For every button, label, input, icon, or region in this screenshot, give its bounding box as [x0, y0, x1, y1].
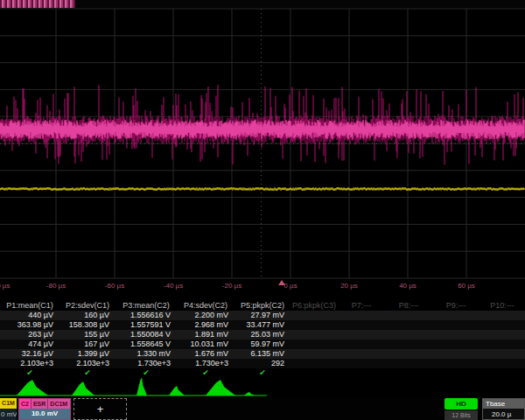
measurement-value: [480, 359, 525, 368]
measurement-value: [385, 349, 432, 359]
measurement-status-check: ✔: [234, 368, 290, 378]
c1-trace: [0, 187, 524, 191]
measurement-header[interactable]: P3:mean(C2): [116, 301, 177, 311]
time-axis-label: -80 µs: [46, 282, 66, 290]
measurement-value: [338, 340, 385, 349]
measurement-header[interactable]: P6:pkpk(C3): [290, 301, 338, 311]
c2-label: C2: [19, 399, 31, 409]
measurement-header[interactable]: P5:pkpk(C2): [234, 301, 290, 311]
measurement-value: [290, 340, 338, 349]
measurement-status-check: [432, 368, 480, 378]
measurement-value: [290, 320, 338, 330]
measurement-value: 263 µV: [0, 330, 60, 340]
measurement-row-num: 2.103e+32.103e+31.730e+31.730e+3292: [0, 359, 525, 368]
measurement-value: [432, 320, 480, 330]
measurement-row-mean: 363.98 µV158.308 µV1.557591 V2.968 mV33.…: [0, 320, 525, 330]
measurement-value: 33.477 mV: [234, 320, 290, 330]
measurement-value: 1.730e+3: [177, 359, 234, 368]
measurement-value: 1.891 mV: [177, 330, 234, 340]
time-axis-label: -100 µs: [0, 282, 10, 290]
time-axis-label: -60 µs: [105, 282, 124, 290]
measurement-value: [385, 330, 432, 340]
measurement-value: [432, 311, 480, 320]
channel-c2-descriptor[interactable]: C2 ESR DC1M 10.0 mV: [18, 398, 71, 420]
measurement-value: [385, 359, 432, 368]
measurement-value: [480, 311, 525, 320]
timebase-descriptor[interactable]: Tbase 20.0 µ: [482, 398, 525, 420]
measurement-status-check: ✔: [116, 368, 177, 378]
measurement-value: [290, 330, 338, 340]
measurement-header[interactable]: P1:mean(C1): [0, 301, 60, 311]
measurement-status-check: [385, 368, 432, 378]
measurement-row-value: 440 µV160 µV1.556616 V2.200 mV27.97 mV: [0, 311, 525, 320]
measurement-value: 1.399 µV: [60, 349, 116, 359]
measurement-header[interactable]: P9:---: [432, 301, 480, 311]
measurement-value: 27.97 mV: [234, 311, 290, 320]
measurement-value: 1.730e+3: [116, 359, 177, 368]
measurement-value: 32.16 µV: [0, 349, 60, 359]
measurement-header[interactable]: P2:sdev(C1): [60, 301, 116, 311]
measurement-value: 1.558645 V: [116, 340, 177, 349]
measurement-status-check: ✔: [60, 368, 116, 378]
measurement-value: 158.308 µV: [60, 320, 116, 330]
channel-c1-descriptor[interactable]: C1M 0 mV: [0, 398, 17, 420]
measurement-value: [432, 330, 480, 340]
measurement-value: [432, 359, 480, 368]
measurement-status-check: ✔: [0, 368, 60, 378]
measurement-value: 167 µV: [60, 340, 116, 349]
measurement-value: 59.97 mV: [234, 340, 290, 349]
waveform-grid[interactable]: -100 µs-80 µs-60 µs-40 µs-20 µs0 µs20 µs…: [0, 8, 525, 294]
trace-descriptor-bar: C1M 0 mV C2 ESR DC1M 10.0 mV + HD 12 Bit…: [0, 398, 525, 420]
measurement-value: [338, 349, 385, 359]
measurement-value: 1.330 mV: [116, 349, 177, 359]
measurement-value: [338, 330, 385, 340]
measurement-status-check: [480, 368, 525, 378]
measurement-histicon-strip: [0, 378, 525, 397]
c2-eres-badge: ESR: [31, 399, 47, 409]
histicon-peak: [17, 380, 48, 396]
measurement-value: [290, 311, 338, 320]
histicon-peak: [244, 392, 255, 396]
measurement-value: 474 µV: [0, 340, 60, 349]
measurement-row-max: 474 µV167 µV1.558645 V10.031 mV59.97 mV: [0, 340, 525, 349]
measurement-header[interactable]: P8:---: [385, 301, 432, 311]
histicon-peak: [136, 378, 147, 396]
measurement-value: [480, 349, 525, 359]
add-trace-button[interactable]: +: [74, 398, 127, 420]
oscilloscope-screen: -100 µs-80 µs-60 µs-40 µs-20 µs0 µs20 µs…: [0, 0, 525, 420]
c1-coupling-badge: C1M: [0, 398, 17, 409]
hd-badge: HD: [444, 398, 478, 410]
measurement-value: [385, 320, 432, 330]
histicon-peak: [72, 382, 94, 396]
trigger-time-marker-icon[interactable]: [278, 280, 285, 285]
hd-mode-indicator[interactable]: HD 12 Bits: [444, 398, 478, 420]
measurement-value: [290, 349, 338, 359]
measurement-value: [385, 311, 432, 320]
measurement-value: 155 µV: [60, 330, 116, 340]
measurement-value: 2.968 mV: [177, 320, 234, 330]
measurement-header[interactable]: P10:---: [480, 301, 525, 311]
c1-volts-per-div: 0 mV: [0, 409, 17, 420]
active-menu-badge[interactable]: [0, 0, 75, 8]
measurement-value: [385, 340, 432, 349]
measurement-value: 440 µV: [0, 311, 60, 320]
measurement-value: [290, 359, 338, 368]
measurement-value: [432, 349, 480, 359]
measurement-value: 1.676 mV: [177, 349, 234, 359]
measurement-row-status: ✔✔✔✔✔: [0, 368, 525, 378]
measurement-value: 6.135 mV: [234, 349, 290, 359]
measurement-value: 363.98 µV: [0, 320, 60, 330]
measurement-value: 2.200 mV: [177, 311, 234, 320]
measurement-value: 2.103e+3: [60, 359, 116, 368]
measurement-header[interactable]: P7:---: [338, 301, 385, 311]
histicon-peak: [206, 380, 235, 396]
histicon-plot: [0, 378, 525, 397]
measurement-header[interactable]: P4:sdev(C2): [177, 301, 234, 311]
menu-bar-sliver: [0, 0, 525, 8]
timebase-value: 20.0 µ: [483, 409, 524, 420]
measurement-value: [338, 311, 385, 320]
measurement-table: P1:mean(C1)P2:sdev(C1)P3:mean(C2)P4:sdev…: [0, 298, 525, 378]
measurement-value: 292: [234, 359, 290, 368]
c2-volts-per-div: 10.0 mV: [19, 409, 70, 419]
measurement-value: 2.103e+3: [0, 359, 60, 368]
